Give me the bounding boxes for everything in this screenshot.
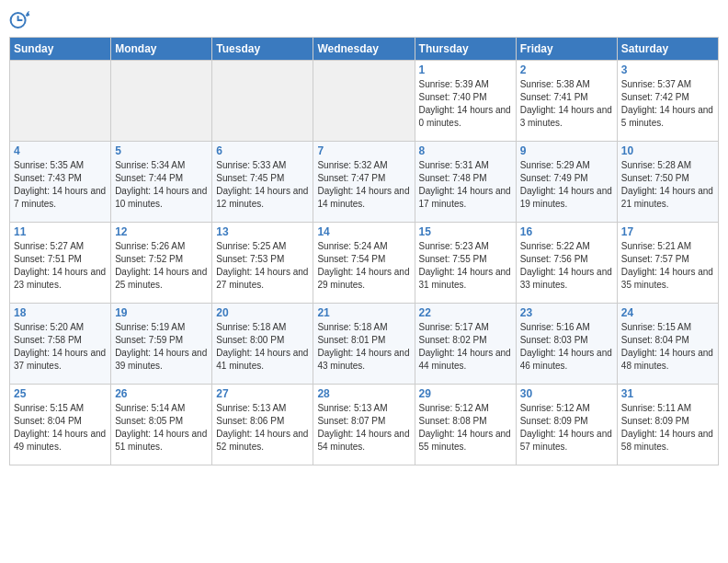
cell-info: Sunrise: 5:19 AM Sunset: 7:59 PM Dayligh… (115, 321, 208, 373)
calendar-cell: 11Sunrise: 5:27 AM Sunset: 7:51 PM Dayli… (10, 223, 111, 304)
cell-info: Sunrise: 5:29 AM Sunset: 7:49 PM Dayligh… (520, 159, 613, 211)
calendar-week-2: 4Sunrise: 5:35 AM Sunset: 7:43 PM Daylig… (10, 142, 719, 223)
calendar-cell: 16Sunrise: 5:22 AM Sunset: 7:56 PM Dayli… (516, 223, 617, 304)
weekday-header-monday: Monday (111, 38, 212, 61)
cell-info: Sunrise: 5:33 AM Sunset: 7:45 PM Dayligh… (216, 159, 309, 211)
calendar-cell (111, 61, 212, 142)
calendar-cell: 6Sunrise: 5:33 AM Sunset: 7:45 PM Daylig… (212, 142, 313, 223)
day-number: 7 (317, 144, 410, 157)
day-number: 26 (115, 387, 208, 400)
cell-info: Sunrise: 5:17 AM Sunset: 8:02 PM Dayligh… (419, 321, 512, 373)
calendar-cell: 20Sunrise: 5:18 AM Sunset: 8:00 PM Dayli… (212, 304, 313, 385)
day-number: 18 (14, 306, 107, 319)
calendar-cell: 17Sunrise: 5:21 AM Sunset: 7:57 PM Dayli… (617, 223, 718, 304)
cell-info: Sunrise: 5:14 AM Sunset: 8:05 PM Dayligh… (115, 402, 208, 454)
day-number: 29 (419, 387, 512, 400)
cell-info: Sunrise: 5:25 AM Sunset: 7:53 PM Dayligh… (216, 240, 309, 292)
calendar-cell: 22Sunrise: 5:17 AM Sunset: 8:02 PM Dayli… (415, 304, 516, 385)
calendar-cell: 3Sunrise: 5:37 AM Sunset: 7:42 PM Daylig… (617, 61, 718, 142)
day-number: 28 (317, 387, 410, 400)
cell-info: Sunrise: 5:13 AM Sunset: 8:06 PM Dayligh… (216, 402, 309, 454)
cell-info: Sunrise: 5:13 AM Sunset: 8:07 PM Dayligh… (317, 402, 410, 454)
day-number: 13 (216, 225, 309, 238)
day-number: 23 (520, 306, 613, 319)
day-number: 24 (621, 306, 714, 319)
cell-info: Sunrise: 5:31 AM Sunset: 7:48 PM Dayligh… (419, 159, 512, 211)
cell-info: Sunrise: 5:12 AM Sunset: 8:08 PM Dayligh… (419, 402, 512, 454)
cell-info: Sunrise: 5:21 AM Sunset: 7:57 PM Dayligh… (621, 240, 714, 292)
cell-info: Sunrise: 5:37 AM Sunset: 7:42 PM Dayligh… (621, 78, 714, 130)
cell-info: Sunrise: 5:35 AM Sunset: 7:43 PM Dayligh… (14, 159, 107, 211)
calendar-cell (313, 61, 415, 142)
cell-info: Sunrise: 5:16 AM Sunset: 8:03 PM Dayligh… (520, 321, 613, 373)
general-blue-logo-icon (9, 9, 31, 31)
day-number: 15 (419, 225, 512, 238)
calendar-week-5: 25Sunrise: 5:15 AM Sunset: 8:04 PM Dayli… (10, 385, 719, 465)
cell-info: Sunrise: 5:34 AM Sunset: 7:44 PM Dayligh… (115, 159, 208, 211)
cell-info: Sunrise: 5:20 AM Sunset: 7:58 PM Dayligh… (14, 321, 107, 373)
calendar-cell: 13Sunrise: 5:25 AM Sunset: 7:53 PM Dayli… (212, 223, 313, 304)
cell-info: Sunrise: 5:23 AM Sunset: 7:55 PM Dayligh… (419, 240, 512, 292)
day-number: 10 (621, 144, 714, 157)
day-number: 31 (621, 387, 714, 400)
calendar-cell: 10Sunrise: 5:28 AM Sunset: 7:50 PM Dayli… (617, 142, 718, 223)
calendar-cell: 15Sunrise: 5:23 AM Sunset: 7:55 PM Dayli… (415, 223, 516, 304)
calendar-cell: 8Sunrise: 5:31 AM Sunset: 7:48 PM Daylig… (415, 142, 516, 223)
weekday-header-wednesday: Wednesday (313, 38, 415, 61)
calendar-cell (212, 61, 313, 142)
calendar-cell: 12Sunrise: 5:26 AM Sunset: 7:52 PM Dayli… (111, 223, 212, 304)
cell-info: Sunrise: 5:32 AM Sunset: 7:47 PM Dayligh… (317, 159, 410, 211)
calendar-cell: 18Sunrise: 5:20 AM Sunset: 7:58 PM Dayli… (10, 304, 111, 385)
cell-info: Sunrise: 5:15 AM Sunset: 8:04 PM Dayligh… (621, 321, 714, 373)
calendar-cell: 26Sunrise: 5:14 AM Sunset: 8:05 PM Dayli… (111, 385, 212, 465)
calendar-week-3: 11Sunrise: 5:27 AM Sunset: 7:51 PM Dayli… (10, 223, 719, 304)
day-number: 14 (317, 225, 410, 238)
calendar-cell: 29Sunrise: 5:12 AM Sunset: 8:08 PM Dayli… (415, 385, 516, 465)
weekday-header-friday: Friday (516, 38, 617, 61)
cell-info: Sunrise: 5:11 AM Sunset: 8:09 PM Dayligh… (621, 402, 714, 454)
calendar-cell: 9Sunrise: 5:29 AM Sunset: 7:49 PM Daylig… (516, 142, 617, 223)
calendar-cell: 27Sunrise: 5:13 AM Sunset: 8:06 PM Dayli… (212, 385, 313, 465)
day-number: 2 (520, 63, 613, 76)
day-number: 25 (14, 387, 107, 400)
weekday-header-saturday: Saturday (617, 38, 718, 61)
calendar-cell: 7Sunrise: 5:32 AM Sunset: 7:47 PM Daylig… (313, 142, 415, 223)
cell-info: Sunrise: 5:28 AM Sunset: 7:50 PM Dayligh… (621, 159, 714, 211)
calendar-cell (10, 61, 111, 142)
cell-info: Sunrise: 5:12 AM Sunset: 8:09 PM Dayligh… (520, 402, 613, 454)
day-number: 27 (216, 387, 309, 400)
cell-info: Sunrise: 5:39 AM Sunset: 7:40 PM Dayligh… (419, 78, 512, 130)
day-number: 8 (419, 144, 512, 157)
day-number: 3 (621, 63, 714, 76)
day-number: 11 (14, 225, 107, 238)
cell-info: Sunrise: 5:15 AM Sunset: 8:04 PM Dayligh… (14, 402, 107, 454)
day-number: 20 (216, 306, 309, 319)
cell-info: Sunrise: 5:18 AM Sunset: 8:01 PM Dayligh… (317, 321, 410, 373)
calendar-cell: 30Sunrise: 5:12 AM Sunset: 8:09 PM Dayli… (516, 385, 617, 465)
calendar-week-1: 1Sunrise: 5:39 AM Sunset: 7:40 PM Daylig… (10, 61, 719, 142)
day-number: 5 (115, 144, 208, 157)
day-number: 30 (520, 387, 613, 400)
weekday-header-sunday: Sunday (10, 38, 111, 61)
cell-info: Sunrise: 5:18 AM Sunset: 8:00 PM Dayligh… (216, 321, 309, 373)
cell-info: Sunrise: 5:24 AM Sunset: 7:54 PM Dayligh… (317, 240, 410, 292)
weekday-header-row: SundayMondayTuesdayWednesdayThursdayFrid… (10, 38, 719, 61)
cell-info: Sunrise: 5:26 AM Sunset: 7:52 PM Dayligh… (115, 240, 208, 292)
cell-info: Sunrise: 5:22 AM Sunset: 7:56 PM Dayligh… (520, 240, 613, 292)
logo (9, 9, 35, 31)
weekday-header-tuesday: Tuesday (212, 38, 313, 61)
calendar-cell: 4Sunrise: 5:35 AM Sunset: 7:43 PM Daylig… (10, 142, 111, 223)
calendar-cell: 23Sunrise: 5:16 AM Sunset: 8:03 PM Dayli… (516, 304, 617, 385)
day-number: 22 (419, 306, 512, 319)
day-number: 19 (115, 306, 208, 319)
day-number: 21 (317, 306, 410, 319)
day-number: 16 (520, 225, 613, 238)
day-number: 9 (520, 144, 613, 157)
day-number: 1 (419, 63, 512, 76)
day-number: 12 (115, 225, 208, 238)
calendar-table: SundayMondayTuesdayWednesdayThursdayFrid… (9, 37, 719, 465)
day-number: 17 (621, 225, 714, 238)
weekday-header-thursday: Thursday (415, 38, 516, 61)
calendar-cell: 25Sunrise: 5:15 AM Sunset: 8:04 PM Dayli… (10, 385, 111, 465)
calendar-cell: 31Sunrise: 5:11 AM Sunset: 8:09 PM Dayli… (617, 385, 718, 465)
